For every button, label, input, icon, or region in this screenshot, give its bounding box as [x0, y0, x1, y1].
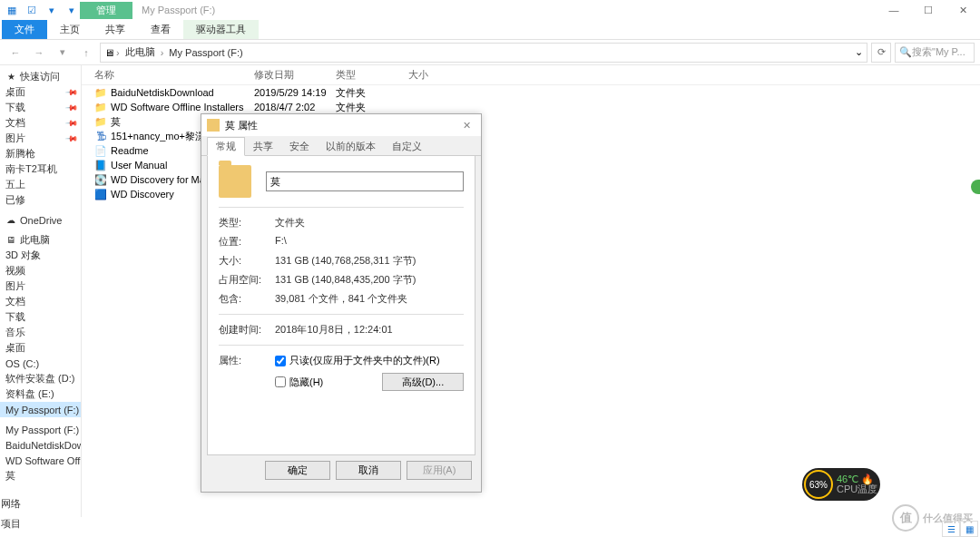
- back-button[interactable]: ←: [5, 43, 25, 63]
- sidebar-item[interactable]: 3D 对象: [0, 248, 81, 263]
- breadcrumb[interactable]: 🖥 › 此电脑 › My Passport (F:) ⌄: [100, 43, 867, 63]
- dialog-titlebar[interactable]: 莫 属性 ✕: [201, 114, 481, 136]
- minimize-button[interactable]: —: [877, 0, 911, 20]
- sidebar-item[interactable]: 新腾枪: [0, 146, 81, 161]
- tab-security[interactable]: 安全: [281, 138, 318, 155]
- icons-view-button[interactable]: ▦: [960, 521, 978, 537]
- pin-icon: 📌: [65, 85, 79, 99]
- sidebar-item[interactable]: 下载📌: [0, 100, 81, 115]
- tab-drive-tools[interactable]: 驱动器工具: [183, 20, 259, 39]
- advanced-button[interactable]: 高级(D)...: [382, 373, 464, 391]
- sidebar-item-current-drive[interactable]: My Passport (F:): [0, 402, 81, 417]
- sidebar-item[interactable]: 南卡T2耳机: [0, 161, 81, 177]
- close-button[interactable]: ✕: [946, 0, 980, 20]
- label-disk: 占用空间:: [219, 273, 275, 287]
- main-area: ★快速访问 桌面📌 下载📌 文档📌 图片📌 新腾枪 南卡T2耳机 五上 已修 ☁…: [0, 65, 980, 517]
- sidebar-item[interactable]: 音乐: [0, 325, 81, 340]
- file-name: WD Discovery: [111, 189, 174, 200]
- contextual-tab-manage[interactable]: 管理: [80, 2, 132, 19]
- forward-button[interactable]: →: [29, 43, 49, 63]
- list-item[interactable]: 📁BaiduNetdiskDownload2019/5/29 14:19文件夹: [82, 85, 980, 100]
- explorer-icon: ▦: [4, 2, 20, 18]
- cloud-icon: ☁: [5, 215, 16, 226]
- file-type: 文件夹: [336, 86, 408, 100]
- chevron-down-icon[interactable]: ⌄: [855, 46, 863, 58]
- refresh-button[interactable]: ⟳: [871, 43, 891, 63]
- details-view-button[interactable]: ☰: [942, 521, 960, 537]
- sidebar-item[interactable]: 文档📌: [0, 115, 81, 131]
- crumb-drive[interactable]: My Passport (F:): [165, 47, 246, 58]
- sidebar-item[interactable]: 文档: [0, 294, 81, 309]
- wd-icon: 🟦: [94, 188, 107, 200]
- tab-home[interactable]: 主页: [47, 20, 93, 39]
- sidebar-item[interactable]: 下载: [0, 309, 81, 325]
- sidebar-item[interactable]: 视频: [0, 263, 81, 278]
- pin-icon: 📌: [65, 116, 79, 130]
- value-size: 131 GB (140,768,258,311 字节): [275, 254, 416, 268]
- tab-customize[interactable]: 自定义: [384, 138, 430, 155]
- list-item[interactable]: 📁WD Software Offline Installers2018/4/7 …: [82, 100, 980, 114]
- chevron-right-icon[interactable]: ›: [161, 47, 164, 58]
- sidebar-project[interactable]: 项目: [1, 517, 21, 531]
- properties-icon[interactable]: ☑: [24, 2, 40, 18]
- title-bar: ▦ ☑ ▾ ▾ 管理 My Passport (F:) — ☐ ✕: [0, 0, 980, 20]
- tab-previous[interactable]: 以前的版本: [318, 138, 384, 155]
- col-size[interactable]: 大小: [408, 68, 463, 82]
- search-icon: 🔍: [899, 46, 912, 58]
- sidebar-item[interactable]: 图片: [0, 278, 81, 294]
- new-folder-icon[interactable]: ▾: [44, 2, 60, 18]
- sidebar-item[interactable]: 图片📌: [0, 131, 81, 146]
- crumb-thispc[interactable]: 此电脑: [122, 45, 159, 59]
- side-widget[interactable]: [971, 180, 980, 194]
- column-headers[interactable]: 名称 修改日期 类型 大小: [82, 65, 980, 85]
- pc-icon: 🖥: [5, 235, 16, 246]
- col-type[interactable]: 类型: [336, 68, 408, 82]
- maximize-button[interactable]: ☐: [911, 0, 946, 20]
- chevron-right-icon[interactable]: ›: [116, 47, 120, 58]
- sidebar-item[interactable]: 资料盘 (E:): [0, 386, 81, 402]
- navigation-pane[interactable]: ★快速访问 桌面📌 下载📌 文档📌 图片📌 新腾枪 南卡T2耳机 五上 已修 ☁…: [0, 65, 82, 517]
- cancel-button[interactable]: 取消: [336, 461, 401, 480]
- sidebar-item[interactable]: 莫: [0, 468, 81, 483]
- sidebar-drive-expand[interactable]: My Passport (F:): [0, 422, 81, 437]
- tab-view[interactable]: 查看: [138, 20, 183, 39]
- sidebar-item[interactable]: 软件安装盘 (D:): [0, 371, 81, 386]
- sidebar-item[interactable]: 桌面: [0, 340, 81, 356]
- file-type: 文件夹: [336, 101, 408, 114]
- search-placeholder: 搜索"My P...: [912, 45, 965, 59]
- file-name: User Manual: [111, 160, 167, 171]
- sidebar-item[interactable]: 已修: [0, 192, 81, 208]
- sidebar-item[interactable]: OS (C:): [0, 356, 81, 371]
- sidebar-network[interactable]: 网络: [1, 497, 21, 511]
- qat-dropdown-icon[interactable]: ▾: [64, 2, 80, 18]
- tab-general[interactable]: 常规: [207, 137, 245, 156]
- recent-dropdown[interactable]: ▾: [53, 43, 73, 63]
- dialog-close-button[interactable]: ✕: [457, 120, 475, 132]
- folder-name-input[interactable]: [266, 171, 464, 191]
- readonly-checkbox[interactable]: [275, 356, 286, 366]
- cpu-monitor-widget[interactable]: 63% 46℃ 🔥 CPU温度: [802, 468, 880, 501]
- dialog-tabs: 常规 共享 安全 以前的版本 自定义: [201, 136, 481, 156]
- watermark-icon: 值: [892, 504, 919, 532]
- label-type: 类型:: [219, 216, 275, 229]
- tab-file[interactable]: 文件: [2, 20, 47, 39]
- tab-share[interactable]: 共享: [93, 20, 138, 39]
- sidebar-item[interactable]: 五上: [0, 177, 81, 192]
- sidebar-item[interactable]: WD Software Offli: [0, 453, 81, 468]
- col-date[interactable]: 修改日期: [254, 68, 336, 82]
- sidebar-quick-access[interactable]: ★快速访问: [0, 69, 81, 84]
- text-icon: 📄: [94, 144, 107, 157]
- sidebar-item[interactable]: 桌面📌: [0, 84, 81, 100]
- sidebar-onedrive[interactable]: ☁OneDrive: [0, 212, 81, 228]
- hidden-label: 隐藏(H): [289, 376, 323, 389]
- tab-sharing[interactable]: 共享: [245, 138, 281, 155]
- ok-button[interactable]: 确定: [265, 461, 330, 480]
- dialog-buttons: 确定 取消 应用(A): [201, 455, 481, 485]
- col-name[interactable]: 名称: [82, 68, 254, 82]
- sidebar-thispc[interactable]: 🖥此电脑: [0, 232, 81, 248]
- search-input[interactable]: 🔍 搜索"My P...: [895, 43, 975, 63]
- sidebar-item[interactable]: BaiduNetdiskDow: [0, 437, 81, 453]
- up-button[interactable]: ↑: [76, 43, 96, 63]
- hidden-checkbox[interactable]: [275, 376, 286, 387]
- apply-button[interactable]: 应用(A): [407, 461, 472, 480]
